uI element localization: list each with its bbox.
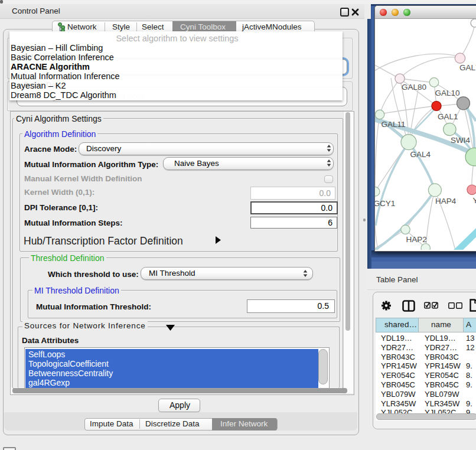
svg-text:GCY1: GCY1 [375, 199, 395, 208]
svg-text:GAL4: GAL4 [410, 150, 431, 159]
svg-text:HAP2: HAP2 [406, 235, 427, 244]
svg-text:SWI4: SWI4 [451, 136, 470, 145]
svg-text:GAL7: GAL7 [459, 63, 476, 72]
svg-text:GAL10: GAL10 [435, 89, 460, 97]
svg-text:Y: Y [473, 196, 476, 205]
svg-text:GAL11: GAL11 [382, 120, 406, 129]
svg-text:HAP4: HAP4 [435, 197, 457, 206]
svg-text:GAL80: GAL80 [402, 83, 426, 92]
svg-text:GAL1: GAL1 [438, 112, 458, 121]
